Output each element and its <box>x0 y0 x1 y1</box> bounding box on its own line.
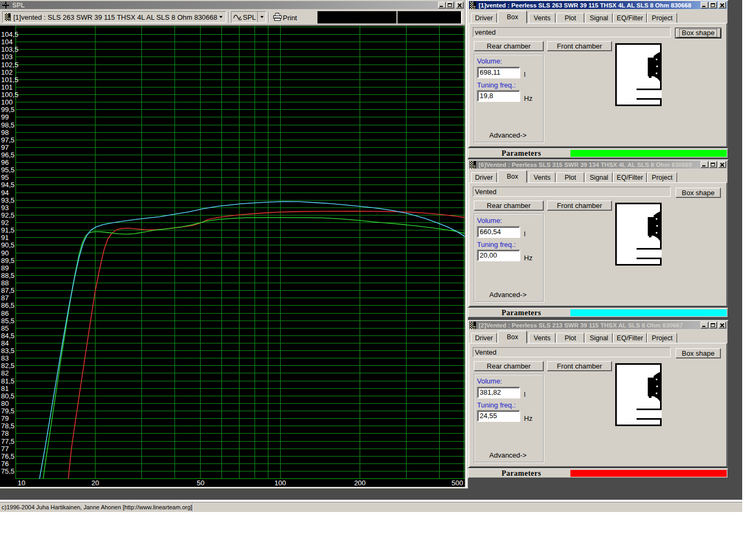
svg-text:104,5: 104,5 <box>1 30 19 38</box>
svg-text:100: 100 <box>1 98 13 106</box>
svg-text:79: 79 <box>1 414 9 422</box>
svg-text:94: 94 <box>1 189 9 197</box>
svg-text:87,5: 87,5 <box>1 286 14 294</box>
svg-text:500: 500 <box>451 479 463 487</box>
svg-text:89,5: 89,5 <box>1 257 14 265</box>
svg-text:95,5: 95,5 <box>1 166 14 174</box>
svg-text:86,5: 86,5 <box>1 301 14 309</box>
svg-text:77,5: 77,5 <box>1 437 14 445</box>
svg-text:103,5: 103,5 <box>1 45 19 53</box>
svg-text:82,5: 82,5 <box>1 362 14 370</box>
svg-text:87: 87 <box>1 294 9 302</box>
svg-text:98,5: 98,5 <box>1 121 14 129</box>
svg-text:91,5: 91,5 <box>1 226 14 234</box>
svg-text:103: 103 <box>1 53 13 61</box>
svg-text:80: 80 <box>1 399 9 407</box>
svg-text:102,5: 102,5 <box>1 61 19 69</box>
svg-text:82: 82 <box>1 369 9 377</box>
svg-text:85: 85 <box>1 324 9 332</box>
svg-text:81: 81 <box>1 385 9 393</box>
svg-text:85,5: 85,5 <box>1 317 14 325</box>
svg-text:93,5: 93,5 <box>1 196 14 204</box>
svg-text:86: 86 <box>1 309 9 317</box>
svg-text:102: 102 <box>1 68 13 76</box>
svg-text:89: 89 <box>1 264 9 272</box>
svg-text:20: 20 <box>91 479 99 487</box>
svg-text:97: 97 <box>1 143 9 151</box>
svg-text:88: 88 <box>1 279 9 287</box>
svg-text:84: 84 <box>1 339 9 347</box>
svg-text:96,5: 96,5 <box>1 151 14 159</box>
svg-text:100,5: 100,5 <box>1 91 19 99</box>
svg-text:99: 99 <box>1 113 9 121</box>
svg-text:104: 104 <box>1 38 13 46</box>
svg-text:50: 50 <box>197 479 204 487</box>
svg-text:101,5: 101,5 <box>1 76 19 84</box>
svg-text:90: 90 <box>1 249 9 257</box>
svg-text:83,5: 83,5 <box>1 347 14 355</box>
svg-text:76,5: 76,5 <box>1 452 14 460</box>
svg-text:90,5: 90,5 <box>1 241 14 249</box>
svg-text:91: 91 <box>1 234 9 242</box>
svg-text:100: 100 <box>274 479 286 487</box>
svg-text:75,5: 75,5 <box>1 467 14 475</box>
svg-text:78,5: 78,5 <box>1 422 14 430</box>
svg-text:200: 200 <box>354 479 366 487</box>
svg-text:84,5: 84,5 <box>1 332 14 340</box>
svg-text:83: 83 <box>1 354 9 362</box>
svg-text:78: 78 <box>1 429 9 437</box>
svg-text:80,5: 80,5 <box>1 392 14 400</box>
svg-text:81,5: 81,5 <box>1 377 14 385</box>
svg-text:96: 96 <box>1 158 9 166</box>
svg-text:92: 92 <box>1 219 9 227</box>
svg-text:77: 77 <box>1 445 9 453</box>
svg-text:94,5: 94,5 <box>1 181 14 189</box>
svg-text:97,5: 97,5 <box>1 136 14 144</box>
svg-text:99,5: 99,5 <box>1 106 14 114</box>
svg-text:98: 98 <box>1 129 9 137</box>
svg-text:101: 101 <box>1 83 13 91</box>
svg-text:88,5: 88,5 <box>1 271 14 279</box>
svg-text:93: 93 <box>1 204 9 212</box>
svg-text:10: 10 <box>18 479 25 487</box>
svg-text:95: 95 <box>1 173 9 181</box>
svg-text:79,5: 79,5 <box>1 407 14 415</box>
svg-text:92,5: 92,5 <box>1 211 14 219</box>
svg-text:76: 76 <box>1 460 9 468</box>
